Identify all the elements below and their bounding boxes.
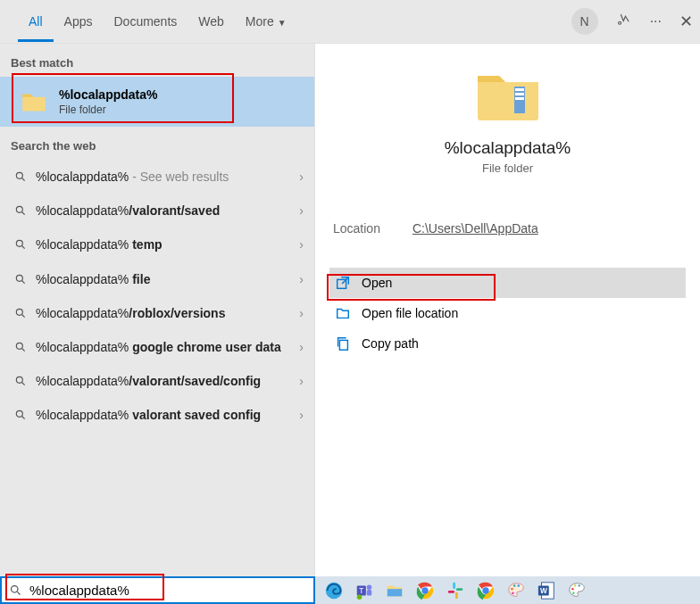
web-result-item[interactable]: %localappdata% file › bbox=[0, 262, 314, 296]
svg-point-19 bbox=[367, 584, 372, 590]
svg-point-5 bbox=[16, 309, 22, 315]
taskbar-chrome-icon[interactable] bbox=[415, 581, 435, 600]
top-nav: All Apps Documents Web More▼ N ··· ✕ bbox=[0, 0, 700, 44]
chevron-right-icon: › bbox=[299, 408, 304, 422]
close-icon[interactable]: ✕ bbox=[679, 12, 693, 31]
taskbar-edge-icon[interactable] bbox=[324, 581, 344, 600]
result-text: %localappdata% file bbox=[36, 271, 299, 287]
folder-icon bbox=[21, 91, 46, 112]
result-text: %localappdata% valorant saved config bbox=[36, 407, 299, 423]
preview-subtitle: File folder bbox=[329, 161, 686, 175]
tab-all[interactable]: All bbox=[18, 2, 54, 42]
bestmatch-item[interactable]: %localappdata% File folder bbox=[0, 77, 314, 127]
chevron-right-icon: › bbox=[299, 306, 304, 320]
svg-point-7 bbox=[16, 377, 22, 384]
svg-point-38 bbox=[574, 584, 576, 586]
location-row: Location C:\Users\Dell\AppData bbox=[329, 221, 686, 236]
chevron-down-icon: ▼ bbox=[278, 18, 287, 28]
svg-rect-24 bbox=[453, 582, 455, 588]
taskbar: T W bbox=[315, 576, 700, 604]
svg-point-4 bbox=[16, 275, 22, 281]
svg-rect-26 bbox=[455, 592, 458, 598]
svg-point-32 bbox=[517, 584, 520, 587]
action-label: Open file location bbox=[362, 306, 458, 320]
folder-icon bbox=[335, 305, 351, 321]
action-open-file-location[interactable]: Open file location bbox=[329, 298, 686, 328]
bestmatch-label: Best match bbox=[0, 44, 314, 77]
search-icon bbox=[14, 204, 27, 217]
chevron-right-icon: › bbox=[299, 340, 304, 354]
svg-rect-25 bbox=[456, 588, 462, 591]
result-text: %localappdata%/valorant/saved/config bbox=[36, 373, 299, 389]
searchweb-label: Search the web bbox=[0, 127, 314, 160]
svg-point-40 bbox=[572, 592, 574, 593]
avatar[interactable]: N bbox=[571, 8, 598, 35]
svg-point-1 bbox=[16, 172, 22, 178]
tab-web[interactable]: Web bbox=[188, 2, 235, 42]
web-result-item[interactable]: %localappdata% temp › bbox=[0, 228, 314, 261]
svg-text:W: W bbox=[540, 586, 547, 594]
preview-actions: Open Open file location Copy path bbox=[329, 268, 686, 359]
nav-tabs: All Apps Documents Web More▼ bbox=[18, 2, 297, 42]
web-results: %localappdata% - See web results › %loca… bbox=[0, 160, 314, 576]
more-icon[interactable]: ··· bbox=[650, 13, 662, 29]
taskbar-chrome2-icon[interactable] bbox=[476, 581, 496, 600]
web-result-item[interactable]: %localappdata%/valorant/saved › bbox=[0, 194, 314, 228]
taskbar-teams-icon[interactable]: T bbox=[354, 581, 374, 600]
result-text: %localappdata%/roblox/versions bbox=[36, 305, 299, 321]
svg-point-23 bbox=[421, 587, 428, 593]
taskbar-explorer-icon[interactable] bbox=[385, 581, 404, 600]
svg-rect-27 bbox=[448, 591, 454, 593]
web-result-item[interactable]: %localappdata% valorant saved config › bbox=[0, 398, 314, 432]
action-label: Open bbox=[362, 276, 392, 290]
taskbar-slack-icon[interactable] bbox=[446, 581, 465, 600]
chevron-right-icon: › bbox=[299, 272, 304, 286]
result-text: %localappdata% temp bbox=[36, 236, 299, 252]
web-result-item[interactable]: %localappdata%/roblox/versions › bbox=[0, 296, 314, 330]
result-text: %localappdata% - See web results bbox=[36, 169, 299, 185]
svg-point-6 bbox=[16, 343, 22, 349]
open-icon bbox=[335, 275, 351, 291]
result-text: %localappdata% google chrome user data bbox=[36, 339, 299, 355]
search-icon bbox=[14, 170, 27, 183]
bestmatch-subtitle: File folder bbox=[59, 103, 157, 116]
taskbar-mspaint-icon[interactable] bbox=[567, 581, 587, 600]
preview-folder bbox=[329, 69, 686, 122]
folder-icon bbox=[475, 69, 541, 122]
svg-rect-10 bbox=[515, 88, 524, 91]
preview-title: %localappdata% bbox=[329, 138, 686, 158]
search-icon bbox=[9, 583, 22, 597]
web-result-item[interactable]: %localappdata% - See web results › bbox=[0, 160, 314, 194]
action-copy-path[interactable]: Copy path bbox=[329, 328, 686, 359]
nav-right: N ··· ✕ bbox=[571, 8, 693, 35]
reward-icon[interactable] bbox=[616, 12, 632, 31]
search-icon bbox=[14, 273, 27, 285]
tab-documents[interactable]: Documents bbox=[103, 2, 188, 42]
search-icon bbox=[14, 307, 27, 319]
svg-point-39 bbox=[579, 584, 580, 586]
svg-point-2 bbox=[16, 207, 22, 213]
action-open[interactable]: Open bbox=[329, 268, 686, 298]
copy-icon bbox=[335, 335, 351, 352]
svg-point-37 bbox=[571, 587, 573, 589]
svg-point-0 bbox=[618, 21, 621, 24]
web-result-item[interactable]: %localappdata% google chrome user data › bbox=[0, 330, 314, 364]
taskbar-paint-icon[interactable] bbox=[506, 581, 526, 600]
web-result-item[interactable]: %localappdata%/valorant/saved/config › bbox=[0, 364, 314, 398]
preview-panel: %localappdata% File folder Location C:\U… bbox=[314, 44, 700, 576]
chevron-right-icon: › bbox=[299, 203, 304, 218]
search-icon bbox=[14, 238, 27, 251]
tab-apps[interactable]: Apps bbox=[54, 2, 104, 42]
tab-more[interactable]: More▼ bbox=[235, 2, 297, 42]
main-content: Best match %localappdata% File folder Se… bbox=[0, 44, 700, 576]
svg-point-3 bbox=[16, 241, 22, 247]
results-panel: Best match %localappdata% File folder Se… bbox=[0, 44, 314, 576]
svg-rect-20 bbox=[367, 590, 372, 595]
location-link[interactable]: C:\Users\Dell\AppData bbox=[412, 221, 538, 236]
svg-rect-11 bbox=[515, 93, 524, 95]
svg-rect-14 bbox=[339, 340, 347, 350]
taskbar-word-icon[interactable]: W bbox=[537, 581, 556, 600]
search-input[interactable] bbox=[29, 583, 306, 598]
svg-text:T: T bbox=[359, 586, 363, 594]
search-bar[interactable] bbox=[0, 576, 315, 604]
